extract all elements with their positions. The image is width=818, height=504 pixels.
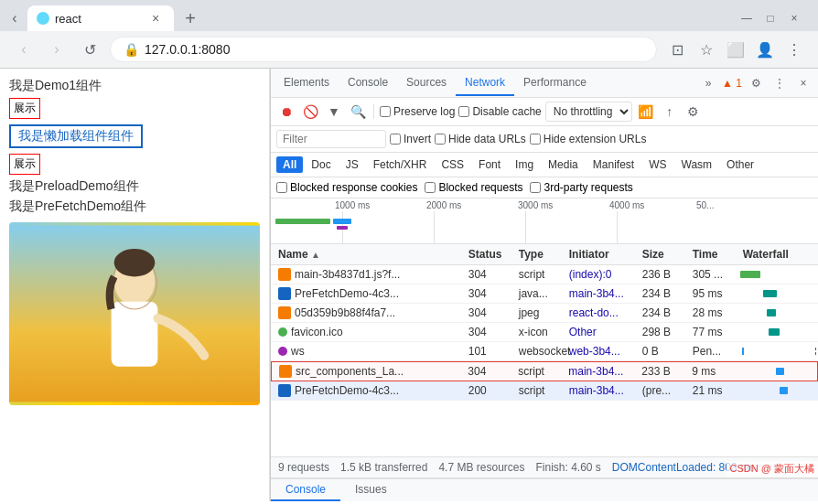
tab-performance[interactable]: Performance — [514, 70, 596, 96]
toolbar-sep-1 — [373, 104, 374, 119]
row-initiator-4: Other — [565, 326, 639, 338]
warning-badge[interactable]: ▲ 1 — [721, 72, 743, 94]
sidebar-btn[interactable]: ⬜ — [723, 37, 748, 62]
devtools-more-btn[interactable]: ⋮ — [769, 72, 791, 94]
col-header-time[interactable]: Time — [689, 248, 739, 261]
waterfall-bar-4 — [769, 328, 780, 336]
type-filter-font[interactable]: Font — [472, 156, 507, 173]
hide-extension-input[interactable] — [530, 134, 541, 145]
table-row-highlighted[interactable]: src_components_La... 304 script main-3b4… — [271, 361, 818, 381]
network-settings-btn[interactable]: ⚙ — [683, 102, 704, 122]
disable-cache-checkbox[interactable]: Disable cache — [458, 105, 541, 118]
close-btn[interactable]: × — [783, 7, 805, 29]
waterfall-bar-1 — [740, 271, 760, 278]
preserve-log-checkbox[interactable]: Preserve log — [380, 105, 455, 118]
tab-sources[interactable]: Sources — [397, 70, 456, 96]
record-btn[interactable]: ⏺ — [276, 102, 296, 122]
col-header-size[interactable]: Size — [639, 248, 689, 261]
blocked-cookies-input[interactable] — [276, 182, 287, 193]
address-field[interactable]: 🔒 127.0.0.1:8080 — [110, 37, 657, 62]
finish-time: Finish: 4.60 s — [535, 461, 600, 474]
table-row[interactable]: 05d359b9b88f4fa7... 304 jpeg react-do...… — [271, 304, 818, 323]
tab-close-btn[interactable]: × — [148, 11, 163, 26]
invert-checkbox[interactable]: Invert — [390, 133, 431, 145]
type-filter-img[interactable]: Img — [509, 156, 540, 173]
third-party-checkbox[interactable]: 3rd-party requests — [530, 181, 632, 194]
row-icon-1 — [278, 268, 291, 281]
network-table: Name ▲ Status Type Initiator Size Time W… — [271, 244, 818, 456]
menu-btn[interactable]: ⋮ — [781, 37, 807, 62]
col-header-name[interactable]: Name ▲ — [271, 248, 465, 261]
forward-nav-btn[interactable]: › — [44, 37, 70, 62]
disable-cache-label: Disable cache — [472, 105, 541, 118]
tab-elements[interactable]: Elements — [274, 70, 339, 96]
show2-text: 展示 — [14, 157, 36, 170]
search-network-btn[interactable]: 🔍 — [348, 102, 368, 122]
table-row[interactable]: favicon.ico 304 x-icon Other 298 B 77 ms — [271, 323, 818, 342]
row-type-4: x-icon — [515, 326, 565, 338]
type-filter-wasm[interactable]: Wasm — [675, 156, 719, 173]
cast-icon-btn[interactable]: ⊡ — [664, 37, 690, 62]
type-filter-js[interactable]: JS — [339, 156, 365, 173]
third-party-input[interactable] — [530, 182, 541, 193]
row-time-4: 77 ms — [689, 326, 739, 338]
hide-data-urls-input[interactable] — [435, 134, 446, 145]
table-header: Name ▲ Status Type Initiator Size Time W… — [271, 244, 818, 265]
hide-extension-label: Hide extension URLs — [544, 133, 647, 145]
type-filter-other[interactable]: Other — [720, 156, 760, 173]
invert-input[interactable] — [390, 134, 401, 145]
type-filter-css[interactable]: CSS — [435, 156, 470, 173]
hide-data-urls-checkbox[interactable]: Hide data URLs — [435, 133, 526, 145]
col-header-initiator[interactable]: Initiator — [565, 248, 639, 261]
tab-network[interactable]: Network — [456, 70, 514, 96]
type-filter-fetch-xhr[interactable]: Fetch/XHR — [367, 156, 434, 173]
minimize-btn[interactable]: — — [736, 7, 758, 29]
row-status-1: 304 — [465, 268, 515, 281]
more-tabs-btn[interactable]: » — [697, 72, 719, 94]
type-filter-doc[interactable]: Doc — [305, 156, 337, 173]
devtools-settings-btn[interactable]: ⚙ — [745, 72, 767, 94]
devtools-close-btn[interactable]: × — [792, 72, 814, 94]
tab-console[interactable]: Console — [339, 70, 397, 96]
blocked-cookies-checkbox[interactable]: Blocked response cookies — [276, 181, 417, 194]
waterfall-bar-6 — [776, 368, 784, 375]
console-tab-issues[interactable]: Issues — [340, 479, 402, 501]
row-time-1: 305 ... — [689, 268, 739, 281]
maximize-btn[interactable]: □ — [759, 7, 781, 29]
type-filter-media[interactable]: Media — [542, 156, 585, 173]
new-tab-btn[interactable]: + — [178, 5, 203, 31]
table-row[interactable]: main-3b4837d1.js?f... 304 script (index)… — [271, 265, 818, 284]
reload-btn[interactable]: ↺ — [77, 37, 102, 62]
type-filter-ws[interactable]: WS — [642, 156, 673, 173]
hide-extension-checkbox[interactable]: Hide extension URLs — [530, 133, 647, 145]
back-nav-btn[interactable]: ‹ — [11, 37, 37, 62]
tab-react[interactable]: react × — [27, 5, 174, 31]
type-filter-manifest[interactable]: Manifest — [587, 156, 640, 173]
back-btn[interactable]: ‹ — [5, 9, 24, 27]
waterfall-bar-2 — [763, 290, 778, 297]
table-row-selected[interactable]: PreFetchDemo-4c3... 200 script main-3b4.… — [271, 381, 818, 401]
col-header-type[interactable]: Type — [515, 248, 565, 261]
blocked-requests-input[interactable] — [425, 182, 436, 193]
throttle-select[interactable]: No throttling Fast 3G Slow 3G Offline — [545, 102, 632, 122]
clear-btn[interactable]: 🚫 — [300, 102, 320, 122]
preserve-log-input[interactable] — [380, 106, 391, 117]
col-header-status[interactable]: Status — [465, 248, 515, 261]
table-row[interactable]: ws 101 websocket web-3b4... 0 B Pen... — [271, 342, 818, 361]
col-header-waterfall[interactable]: Waterfall — [739, 248, 818, 261]
blocked-requests-checkbox[interactable]: Blocked requests — [425, 181, 522, 194]
console-tab-console[interactable]: Console — [271, 479, 340, 501]
disable-cache-input[interactable] — [458, 106, 469, 117]
row-name-7: PreFetchDemo-4c3... — [271, 384, 465, 397]
table-row[interactable]: PreFetchDemo-4c3... 304 java... main-3b4… — [271, 284, 818, 304]
profile-btn[interactable]: 👤 — [752, 37, 778, 62]
bookmark-btn[interactable]: ☆ — [694, 37, 719, 62]
row-initiator-2: main-3b4... — [565, 287, 639, 300]
lazy-component-box: 我是懒加载组件组件 — [9, 124, 143, 148]
filter-input[interactable] — [276, 130, 386, 148]
blocked-cookies-label: Blocked response cookies — [290, 181, 417, 194]
upload-icon[interactable]: ↑ — [660, 102, 680, 122]
filter-toggle-btn[interactable]: ▼ — [324, 102, 344, 122]
row-initiator-1: (index):0 — [565, 268, 639, 281]
type-filter-all[interactable]: All — [276, 156, 303, 173]
